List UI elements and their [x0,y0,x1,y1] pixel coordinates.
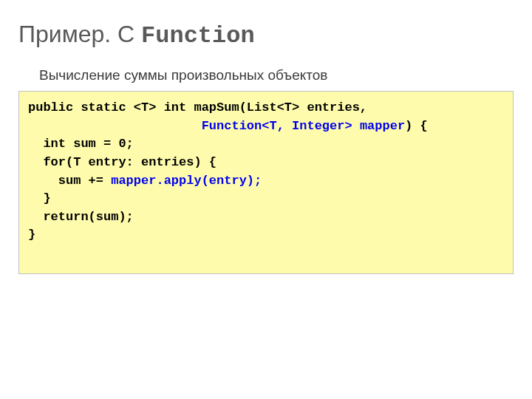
code-line: for(T entry: entries) { [28,155,216,169]
title-code: Function [141,22,255,50]
code-line: public static <T> int mapSum(List<T> ent… [28,100,367,115]
code-line: sum += [28,174,111,188]
code-line: } [28,228,35,242]
slide-title: Пример. С Function [18,21,514,50]
code-block: public static <T> int mapSum(List<T> ent… [18,91,514,274]
code-line: return(sum); [28,210,134,224]
code-highlight: Function<T, Integer> mapper [202,119,405,133]
code-highlight: mapper.apply(entry); [111,174,262,188]
title-text: Пример. С [18,21,141,47]
code-line: int sum = 0; [28,137,134,151]
code-line: } [28,191,51,205]
code-line: ) { [405,119,428,133]
code-indent [28,119,202,133]
slide-subtitle: Вычисление суммы произвольных объектов [39,67,514,83]
